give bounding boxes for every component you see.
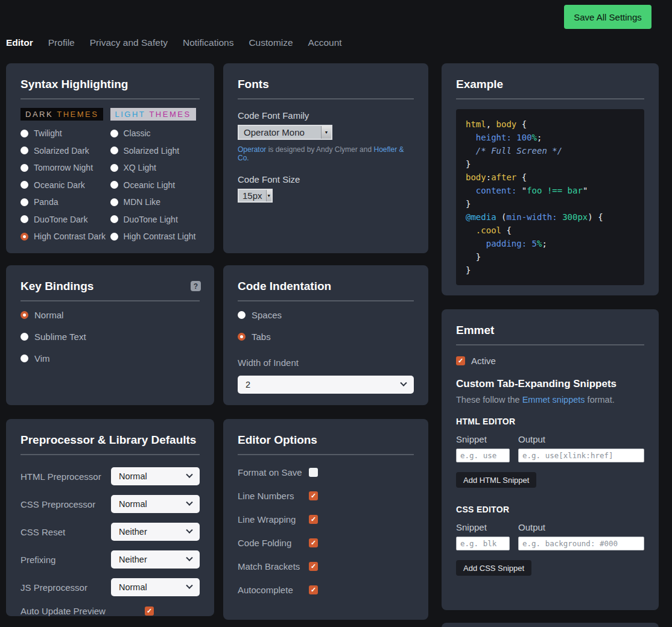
radio-button[interactable] <box>21 311 28 319</box>
output-label: Output <box>518 434 545 444</box>
key-binding-option[interactable]: Normal <box>21 310 200 320</box>
radio-button[interactable] <box>110 215 118 223</box>
theme-lists: DARK THEMESTwilightSolarized DarkTomorro… <box>21 108 200 249</box>
theme-option[interactable]: Solarized Light <box>110 146 200 156</box>
code-font-size-select[interactable]: 15px ▼ <box>238 189 273 203</box>
radio-button[interactable] <box>21 233 28 241</box>
format-on-save-checkbox[interactable] <box>309 468 318 477</box>
line-wrapping-checkbox[interactable] <box>309 515 318 524</box>
output-input[interactable] <box>518 537 644 550</box>
editor-option-label: Line Numbers <box>238 491 309 501</box>
dark-themes-badge: DARK THEMES <box>21 108 103 121</box>
divider <box>238 454 414 455</box>
radio-button[interactable] <box>110 147 118 154</box>
radio-button[interactable] <box>110 130 118 137</box>
theme-option[interactable]: Panda <box>21 197 110 207</box>
radio-button[interactable] <box>21 147 28 154</box>
editor-option-row: Match Brackets <box>238 561 414 572</box>
radio-button[interactable] <box>21 130 28 137</box>
indentation-option[interactable]: Tabs <box>238 332 414 342</box>
key-binding-option[interactable]: Vim <box>21 353 200 364</box>
code-token: , <box>486 119 496 129</box>
snippet-input[interactable] <box>456 537 510 550</box>
code-line: @media (min-width: 300px) { <box>466 210 635 224</box>
radio-button[interactable] <box>238 333 246 341</box>
radio-button[interactable] <box>21 354 28 362</box>
auto-update-preview-checkbox[interactable] <box>145 607 154 616</box>
tab-account[interactable]: Account <box>308 37 342 48</box>
radio-button[interactable] <box>21 333 28 341</box>
divider <box>456 344 644 345</box>
dropdown-arrow-icon: ▼ <box>266 190 271 201</box>
html-preprocessor-select[interactable]: Normal <box>111 467 200 485</box>
theme-option[interactable]: Tomorrow Night <box>21 163 110 172</box>
code-token: } <box>466 252 481 262</box>
line-numbers-checkbox[interactable] <box>309 491 318 500</box>
card-code-indentation: Code Indentation SpacesTabs Width of Ind… <box>223 265 428 405</box>
theme-option-label: Oceanic Light <box>124 180 176 190</box>
radio-button[interactable] <box>21 215 28 223</box>
js-preprocessor-select[interactable]: Normal <box>111 578 200 596</box>
preprocessor-row: CSS ResetNeither <box>21 523 200 541</box>
editor-option-label: Format on Save <box>238 467 309 477</box>
indentation-option[interactable]: Spaces <box>238 310 414 320</box>
radio-button[interactable] <box>238 311 246 319</box>
prefixing-select[interactable]: Neither <box>111 550 200 569</box>
radio-button[interactable] <box>21 198 28 206</box>
theme-option[interactable]: DuoTone Light <box>110 215 200 224</box>
code-folding-checkbox[interactable] <box>309 538 318 547</box>
code-line: body:after { <box>466 171 635 184</box>
tab-notifications[interactable]: Notifications <box>183 37 233 48</box>
selected-value: Normal <box>119 582 147 592</box>
theme-option[interactable]: XQ Light <box>110 163 200 172</box>
tab-profile[interactable]: Profile <box>48 37 75 48</box>
theme-option[interactable]: DuoTone Dark <box>21 215 110 224</box>
code-token: " <box>522 186 527 195</box>
output-input[interactable] <box>518 449 644 462</box>
code-line: height: 100%; <box>466 131 635 144</box>
html-editor-section: HTML EDITORSnippetOutputAdd HTML Snippet <box>456 417 644 505</box>
help-icon[interactable]: ? <box>191 281 201 291</box>
css-preprocessor-select[interactable]: Normal <box>111 495 200 513</box>
autocomplete-checkbox[interactable] <box>309 585 318 594</box>
code-font-family-select[interactable]: Operator Mono ▼ <box>238 125 332 140</box>
radio-button[interactable] <box>110 198 118 206</box>
radio-button[interactable] <box>21 181 28 189</box>
radio-button[interactable] <box>110 233 118 241</box>
width-of-indent-select[interactable]: 2 <box>238 376 414 394</box>
save-all-settings-button[interactable]: Save All Settings <box>564 5 651 29</box>
tab-privacy-and-safety[interactable]: Privacy and Safety <box>90 37 168 48</box>
tab-editor[interactable]: Editor <box>6 37 33 48</box>
emmet-active-checkbox[interactable] <box>456 356 465 365</box>
theme-option[interactable]: Oceanic Dark <box>21 180 110 190</box>
radio-button[interactable] <box>110 164 118 172</box>
card-partial-bottom <box>442 623 659 627</box>
snippet-input[interactable] <box>456 449 510 462</box>
chevron-down-icon <box>186 499 192 506</box>
editor-option-label: Match Brackets <box>238 561 309 572</box>
theme-option[interactable]: High Contrast Dark <box>21 232 110 241</box>
emmet-snippets-link[interactable]: Emmet snippets <box>522 395 585 405</box>
radio-button[interactable] <box>110 181 118 189</box>
add-html-snippet-button[interactable]: Add HTML Snippet <box>456 472 536 488</box>
theme-option[interactable]: High Contrast Light <box>110 232 200 241</box>
theme-option[interactable]: Classic <box>110 128 200 138</box>
chevron-down-icon <box>186 471 192 478</box>
radio-button[interactable] <box>21 164 28 172</box>
card-syntax-highlighting: Syntax Highlighting DARK THEMESTwilightS… <box>6 63 214 253</box>
theme-option[interactable]: Oceanic Light <box>110 180 200 190</box>
code-token: content <box>476 186 512 195</box>
key-binding-option[interactable]: Sublime Text <box>21 332 200 342</box>
column-middle: Fonts Code Font Family Operator Mono ▼ O… <box>223 63 428 620</box>
theme-option[interactable]: Solarized Dark <box>21 146 110 156</box>
theme-option[interactable]: Twilight <box>21 128 110 138</box>
css-reset-select[interactable]: Neither <box>111 523 200 541</box>
editor-option-label: Autocomplete <box>238 585 309 595</box>
theme-option[interactable]: MDN Like <box>110 197 200 207</box>
card-title: Preprocessor & Library Defaults <box>21 433 200 447</box>
operator-link[interactable]: Operator <box>238 145 266 154</box>
match-brackets-checkbox[interactable] <box>309 562 318 571</box>
tab-customize[interactable]: Customize <box>249 37 293 48</box>
code-token: ; <box>542 239 547 248</box>
add-css-snippet-button[interactable]: Add CSS Snippet <box>456 560 531 576</box>
